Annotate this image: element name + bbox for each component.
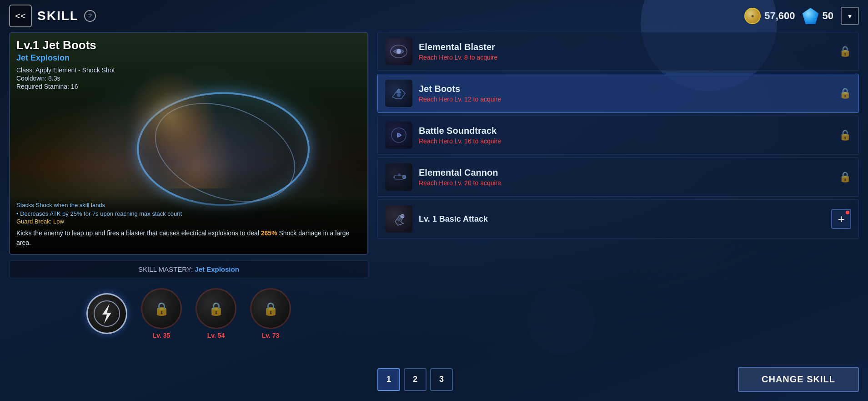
skill-description-overlay: Stacks Shock when the skill lands • Decr… [10, 195, 367, 254]
skill-level-req-lv73: Lv. 73 [262, 332, 280, 339]
battle-soundtrack-req: Reach Hero Lv. 16 to acquire [419, 137, 833, 145]
skill-level-req-lv35: Lv. 35 [153, 332, 171, 339]
main-content: Lv.1 Jet Boots Jet Explosion Class: Appl… [0, 32, 868, 401]
skill-preview: Lv.1 Jet Boots Jet Explosion Class: Appl… [9, 32, 368, 255]
battle-soundtrack-icon [385, 122, 412, 149]
help-icon[interactable]: ? [84, 10, 96, 22]
elemental-blaster-icon [385, 38, 412, 65]
mastery-label: SKILL MASTERY: [138, 265, 193, 273]
mastery-name: Jet Explosion [195, 265, 239, 273]
page-btn-2[interactable]: 2 [404, 368, 426, 391]
currency-gems: 50 [803, 8, 833, 24]
skill-icon-active[interactable] [86, 293, 127, 334]
battle-soundtrack-svg [389, 125, 409, 145]
lightning-skill-icon [93, 300, 120, 327]
skill-level-name: Lv.1 Jet Boots [16, 38, 115, 52]
battle-soundtrack-name: Battle Soundtrack [419, 126, 833, 136]
elemental-cannon-name: Elemental Cannon [419, 168, 833, 178]
coin-icon: ● [744, 8, 761, 24]
page-btn-1[interactable]: 1 [377, 368, 400, 391]
jet-boots-icon [385, 80, 412, 107]
header: << SKILL ? ● 57,600 50 ▾ [0, 0, 868, 32]
skill-description: Kicks the enemy to leap up and fires a b… [16, 228, 361, 248]
gem-icon [803, 8, 819, 24]
header-right: ● 57,600 50 ▾ [744, 7, 859, 25]
svg-point-10 [402, 175, 406, 179]
lock-overlay-lv35: 🔒 [154, 301, 170, 316]
skill-list-item-elemental-blaster[interactable]: Elemental Blaster Reach Hero Lv. 8 to ac… [377, 32, 859, 71]
skill-levels: 🔒 Lv. 35 🔒 Lv. 54 🔒 L [9, 284, 368, 344]
basic-attack-svg [389, 209, 409, 229]
lock-symbol-lv35: 🔒 [154, 301, 170, 316]
svg-point-12 [401, 214, 404, 218]
elemental-blaster-svg [389, 41, 409, 61]
skill-stat-class: Class: Apply Element - Shock Shot [16, 66, 115, 74]
currency-dropdown-button[interactable]: ▾ [841, 7, 859, 25]
back-button[interactable]: << [9, 5, 32, 27]
jet-boots-name: Jet Boots [419, 84, 833, 94]
right-panel: Elemental Blaster Reach Hero Lv. 8 to ac… [377, 32, 859, 392]
gem-amount: 50 [823, 10, 833, 22]
skill-guard-break: Guard Break: Low [16, 218, 361, 225]
skill-stat-stamina: Required Stamina: 16 [16, 83, 115, 90]
svg-marker-1 [102, 304, 111, 324]
skill-slot-active [86, 293, 127, 334]
basic-attack-level: Lv. 1 Basic Attack [419, 214, 825, 224]
elemental-blaster-req: Reach Hero Lv. 8 to acquire [419, 54, 833, 61]
skill-slot-lv35: 🔒 Lv. 35 [141, 288, 182, 339]
elemental-cannon-info: Elemental Cannon Reach Hero Lv. 20 to ac… [419, 168, 833, 187]
svg-point-7 [397, 133, 401, 137]
lock-overlay-lv73: 🔒 [263, 301, 279, 316]
svg-rect-9 [398, 173, 401, 176]
glow-center-effect [125, 71, 216, 162]
skill-icon-lv35[interactable]: 🔒 [141, 288, 182, 329]
header-left: << SKILL ? [9, 5, 96, 27]
elemental-cannon-req: Reach Hero Lv. 20 to acquire [419, 179, 833, 187]
skill-stats: Class: Apply Element - Shock Shot Cooldo… [16, 66, 115, 90]
battle-soundtrack-lock-icon: 🔒 [839, 129, 851, 141]
change-skill-button[interactable]: CHANGE SKILL [738, 367, 859, 392]
skill-info-overlay: Lv.1 Jet Boots Jet Explosion Class: Appl… [16, 38, 115, 90]
coin-amount: 57,600 [764, 10, 795, 22]
battle-soundtrack-info: Battle Soundtrack Reach Hero Lv. 16 to a… [419, 126, 833, 145]
jet-boots-req: Reach Hero Lv. 12 to acquire [419, 96, 833, 103]
page-title: SKILL [37, 9, 79, 23]
skill-list-item-elemental-cannon[interactable]: Elemental Cannon Reach Hero Lv. 20 to ac… [377, 157, 859, 197]
lock-symbol-lv54: 🔒 [208, 301, 224, 316]
spacer [377, 241, 859, 360]
left-panel: Lv.1 Jet Boots Jet Explosion Class: Appl… [9, 32, 368, 392]
lock-overlay-lv54: 🔒 [208, 301, 224, 316]
skill-mastery-bar: SKILL MASTERY: Jet Explosion [9, 260, 368, 278]
skill-slot-lv54: 🔒 Lv. 54 [196, 288, 236, 339]
jet-boots-svg [389, 83, 409, 103]
skill-slot-lv73: 🔒 Lv. 73 [250, 288, 291, 339]
elemental-cannon-icon [385, 163, 412, 191]
basic-attack-icon [385, 205, 412, 233]
elemental-blaster-name: Elemental Blaster [419, 42, 833, 52]
bottom-row: 1 2 3 CHANGE SKILL [377, 363, 859, 392]
skill-list-item-jet-boots[interactable]: Jet Boots Reach Hero Lv. 12 to acquire 🔒 [377, 74, 859, 113]
skill-level-req-lv54: Lv. 54 [207, 332, 225, 339]
svg-point-5 [397, 93, 401, 97]
skill-effect-line1: Stacks Shock when the skill lands [16, 202, 361, 208]
elemental-cannon-svg [389, 167, 409, 187]
skill-icon-lv73[interactable]: 🔒 [250, 288, 291, 329]
elemental-cannon-lock-icon: 🔒 [839, 171, 851, 183]
pagination: 1 2 3 [377, 368, 453, 391]
elemental-blaster-info: Elemental Blaster Reach Hero Lv. 8 to ac… [419, 42, 833, 61]
basic-attack-info: Lv. 1 Basic Attack [419, 214, 825, 224]
svg-point-3 [396, 49, 401, 54]
elemental-blaster-lock-icon: 🔒 [839, 46, 851, 57]
jet-boots-lock-icon: 🔒 [839, 87, 851, 99]
currency-coins: ● 57,600 [744, 8, 795, 24]
skill-list-item-battle-soundtrack[interactable]: Battle Soundtrack Reach Hero Lv. 16 to a… [377, 116, 859, 155]
skill-damage-pct: 265% [261, 229, 277, 237]
skill-icon-lv54[interactable]: 🔒 [196, 288, 236, 329]
page-btn-3[interactable]: 3 [430, 368, 453, 391]
jet-boots-info: Jet Boots Reach Hero Lv. 12 to acquire [419, 84, 833, 103]
basic-attack-plus-button[interactable]: + [831, 209, 851, 229]
skill-stat-cooldown: Cooldown: 8.3s [16, 75, 115, 82]
lock-symbol-lv73: 🔒 [263, 301, 279, 316]
skill-list-item-basic-attack[interactable]: Lv. 1 Basic Attack + [377, 199, 859, 239]
skill-effect-line2: • Decreases ATK by 25% for 7s upon reach… [16, 210, 361, 217]
